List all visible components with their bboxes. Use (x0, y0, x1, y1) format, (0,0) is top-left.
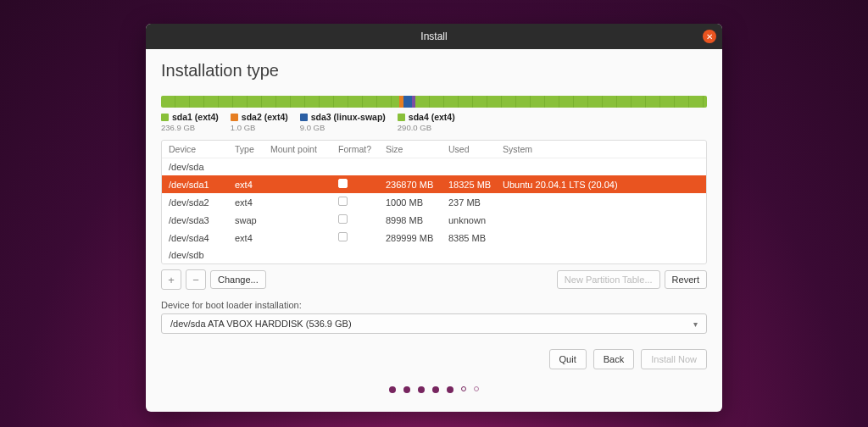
disk-legend: sda1 (ext4)236.9 GBsda2 (ext4)1.0 GBsda3… (161, 112, 707, 133)
table-column-header: Device (169, 144, 235, 154)
stepper-dot (447, 386, 453, 393)
cell-device: /dev/sda1 (169, 180, 235, 190)
titlebar: Install ✕ (146, 24, 722, 49)
cell-format[interactable] (338, 232, 386, 243)
legend-item: sda3 (linux-swap)9.0 GB (300, 112, 386, 133)
cell-device: /dev/sda2 (169, 197, 235, 208)
stepper-dot (418, 386, 425, 393)
window-title: Install (420, 30, 447, 42)
table-row[interactable]: /dev/sda1 ext4 236870 MB 18325 MB Ubuntu… (162, 175, 706, 193)
add-partition-button[interactable]: + (161, 269, 181, 290)
legend-name: sda1 (ext4) (172, 112, 219, 123)
diskbar-seg-sda1 (161, 96, 399, 108)
stepper-dot (461, 386, 466, 391)
format-checkbox[interactable] (338, 214, 348, 224)
partition-table: DeviceTypeMount pointFormat?SizeUsedSyst… (161, 140, 707, 264)
cell-size: 236870 MB (386, 180, 448, 190)
cell-size: 1000 MB (386, 197, 448, 208)
chevron-down-icon: ▾ (693, 319, 698, 329)
cell-used: 18325 MB (448, 180, 503, 190)
cell-type: ext4 (235, 197, 270, 208)
cell-format[interactable] (338, 197, 386, 208)
new-partition-table-button[interactable]: New Partition Table... (557, 270, 660, 289)
legend-size: 290.0 GB (398, 123, 455, 133)
stepper-dot (403, 386, 410, 393)
cell-device: /dev/sda4 (169, 233, 235, 243)
progress-stepper (161, 386, 707, 393)
cell-format[interactable] (338, 214, 386, 225)
stepper-dot (432, 386, 439, 393)
quit-button[interactable]: Quit (549, 349, 587, 369)
cell-used: 8385 MB (448, 233, 503, 243)
cell-system: Ubuntu 20.04.1 LTS (20.04) (503, 180, 699, 190)
legend-swatch-icon (161, 114, 169, 121)
table-row[interactable]: /dev/sda2 ext4 1000 MB 237 MB (162, 193, 706, 211)
partition-table-body: /dev/sda /dev/sda1 ext4 236870 MB 18325 … (162, 158, 706, 263)
remove-partition-button[interactable]: − (186, 269, 206, 290)
table-row[interactable]: /dev/sda4 ext4 289999 MB 8385 MB (162, 229, 706, 247)
legend-swatch-icon (300, 114, 308, 121)
diskbar-seg-sda3 (403, 96, 413, 108)
cell-used: 237 MB (448, 197, 503, 208)
table-column-header: Size (386, 144, 448, 154)
cell-size: 8998 MB (386, 215, 448, 225)
partition-table-header: DeviceTypeMount pointFormat?SizeUsedSyst… (162, 141, 706, 158)
stepper-dot (389, 386, 396, 393)
back-button[interactable]: Back (593, 349, 634, 369)
bootloader-selected-value: /dev/sda ATA VBOX HARDDISK (536.9 GB) (170, 319, 352, 329)
legend-item: sda2 (ext4)1.0 GB (231, 112, 288, 133)
legend-item: sda1 (ext4)236.9 GB (161, 112, 219, 133)
page-title: Installation type (161, 61, 707, 80)
legend-name: sda4 (ext4) (409, 112, 455, 123)
table-column-header: Used (448, 144, 503, 154)
format-checkbox[interactable] (338, 179, 348, 188)
disk-usage-bar (161, 96, 707, 108)
legend-swatch-icon (231, 114, 238, 121)
legend-swatch-icon (398, 114, 405, 121)
cell-device: /dev/sda3 (169, 215, 235, 225)
diskbar-seg-sda4 (415, 96, 707, 108)
cell-type: ext4 (235, 180, 270, 190)
revert-button[interactable]: Revert (665, 270, 707, 289)
legend-name: sda3 (linux-swap) (311, 112, 386, 123)
cell-used: unknown (448, 215, 503, 225)
bootloader-label: Device for boot loader installation: (161, 300, 707, 310)
install-now-button[interactable]: Install Now (641, 349, 707, 369)
table-row[interactable]: /dev/sda3 swap 8998 MB unknown (162, 211, 706, 229)
table-column-header: Format? (338, 144, 386, 154)
change-button[interactable]: Change... (210, 270, 266, 289)
cell-format[interactable] (338, 179, 386, 190)
format-checkbox[interactable] (338, 197, 348, 206)
partition-actions-row: + − Change... New Partition Table... Rev… (161, 269, 707, 290)
table-column-header: System (503, 144, 699, 154)
bootloader-device-select[interactable]: /dev/sda ATA VBOX HARDDISK (536.9 GB) ▾ (161, 313, 707, 334)
cell-size: 289999 MB (386, 233, 448, 243)
close-icon[interactable]: ✕ (703, 30, 716, 43)
table-column-header: Type (235, 144, 270, 154)
cell-type: ext4 (235, 233, 270, 243)
legend-item: sda4 (ext4)290.0 GB (398, 112, 455, 133)
table-device-group: /dev/sda (162, 158, 706, 175)
cell-type: swap (235, 215, 270, 225)
table-device-group: /dev/sdb (162, 247, 706, 263)
legend-size: 1.0 GB (231, 123, 288, 133)
table-column-header: Mount point (270, 144, 338, 154)
format-checkbox[interactable] (338, 232, 348, 241)
legend-size: 236.9 GB (161, 123, 219, 133)
legend-size: 9.0 GB (300, 123, 386, 133)
cell-device: /dev/sda (169, 162, 235, 172)
stepper-dot (474, 386, 479, 391)
content-area: Installation type sda1 (ext4)236.9 GBsda… (146, 49, 722, 412)
footer-buttons: Quit Back Install Now (161, 349, 707, 369)
legend-name: sda2 (ext4) (242, 112, 288, 123)
cell-device: /dev/sdb (169, 250, 235, 260)
install-window: Install ✕ Installation type sda1 (ext4)2… (146, 24, 722, 412)
